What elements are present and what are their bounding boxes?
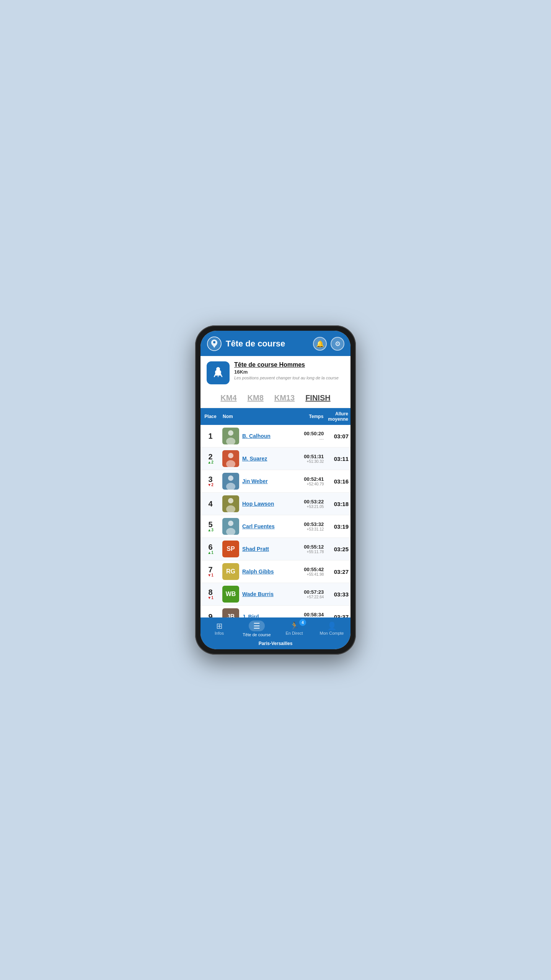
app-logo [207, 336, 222, 351]
table-row[interactable]: 4 Hop Lawson 00:53:22+53:21.0503:18 [201, 493, 350, 515]
race-text: Tête de course Hommes 16Km Les positions… [234, 361, 339, 380]
infos-icon: ⊞ [216, 622, 223, 630]
compte-icon: 👤 [327, 622, 337, 630]
time-cell: 00:50:20--- [298, 425, 326, 448]
table-row[interactable]: 7▼1 RG Ralph Gibbs 00:55:42+55:41.9803:2… [201, 560, 350, 583]
place-change-down: ▼2 [202, 483, 218, 487]
pace-cell: 03:18 [326, 493, 350, 515]
runner-name[interactable]: B. Calhoun [242, 433, 271, 439]
time-diff: +55:11.78 [300, 550, 324, 554]
table-row[interactable]: 5▲3 Carl Fuentes 00:53:32+53:31.1203:19 [201, 515, 350, 538]
tab-km4[interactable]: KM4 [218, 393, 239, 403]
svg-point-7 [228, 453, 233, 458]
tab-finish[interactable]: FINISH [303, 393, 333, 403]
place-number: 4 [202, 500, 218, 508]
nav-label-endirect: En Direct [285, 631, 303, 635]
settings-button[interactable]: ⚙ [331, 337, 344, 351]
runner-avatar: RG [222, 563, 239, 580]
place-change-down: ▼1 [202, 573, 218, 577]
runner-avatar [222, 473, 239, 490]
runner-avatar [222, 428, 239, 444]
runner-cell: WB Wade Burris [222, 586, 296, 603]
table-row[interactable]: 3▼2 Jin Weber 00:52:41+52:40.7903:16 [201, 470, 350, 493]
place-change-up: ▲1 [202, 551, 218, 555]
bottom-label: Paris-Versailles [259, 641, 293, 646]
table-row[interactable]: 2▲2 M. Suarez 00:51:31+51:30.3203:11 [201, 448, 350, 470]
pace-cell: 03:19 [326, 515, 350, 538]
runner-cell-td: M. Suarez [220, 448, 298, 470]
runner-avatar: WB [222, 586, 239, 603]
runner-cell: B. Calhoun [222, 428, 296, 444]
place-cell: 9 [201, 606, 220, 618]
nav-item-endirect[interactable]: 4 🏃 En Direct [276, 617, 313, 639]
pace-cell: 03:37 [326, 606, 350, 618]
tab-km13[interactable]: KM13 [272, 393, 297, 403]
time-diff: +57:22.64 [300, 595, 324, 599]
runner-name[interactable]: M. Suarez [242, 456, 267, 462]
runner-name[interactable]: Wade Burris [242, 591, 274, 597]
runner-cell: JB J. Bird [222, 608, 296, 617]
place-number: 9 [202, 613, 218, 617]
time-main: 00:57:23 [300, 589, 324, 595]
runner-name[interactable]: Ralph Gibbs [242, 568, 274, 575]
svg-point-16 [228, 521, 233, 526]
runner-name[interactable]: Jin Weber [242, 478, 268, 484]
place-cell: 1 [201, 425, 220, 448]
time-diff: +55:41.98 [300, 572, 324, 577]
nav-item-compte[interactable]: 👤 Mon Compte [313, 617, 350, 639]
runner-cell-td: B. Calhoun [220, 425, 298, 448]
phone-screen: Tête de course 🔔 ⚙ Tête de [201, 331, 350, 649]
place-cell: 7▼1 [201, 560, 220, 583]
place-cell: 4 [201, 493, 220, 515]
pace-cell: 03:33 [326, 583, 350, 606]
runner-name[interactable]: Carl Fuentes [242, 523, 275, 529]
table-row[interactable]: 1 B. Calhoun 00:50:20---03:07 [201, 425, 350, 448]
runner-cell: M. Suarez [222, 450, 296, 467]
pace-cell: 03:25 [326, 538, 350, 560]
runner-avatar: JB [222, 608, 239, 617]
leaderboard-table: Place Nom Temps Alluremoyenne 1 B. Calho… [201, 408, 350, 617]
tab-km8[interactable]: KM8 [245, 393, 266, 403]
runner-cell-td: JB J. Bird [220, 606, 298, 618]
time-diff: +51:30.32 [300, 459, 324, 464]
runner-cell-td: Carl Fuentes [220, 515, 298, 538]
runner-avatar [222, 518, 239, 535]
runner-cell-td: Hop Lawson [220, 493, 298, 515]
place-number: 7 [202, 566, 218, 573]
table-row[interactable]: 8▼1 WB Wade Burris 00:57:23+57:22.6403:3… [201, 583, 350, 606]
time-cell: 00:55:12+55:11.78 [298, 538, 326, 560]
runner-name[interactable]: J. Bird [242, 614, 259, 617]
time-cell: 00:57:23+57:22.64 [298, 583, 326, 606]
runner-name[interactable]: Shad Pratt [242, 546, 269, 552]
time-diff: +53:21.05 [300, 505, 324, 509]
nav-label-infos: Infos [215, 631, 224, 635]
bottom-bar: Paris-Versailles [201, 639, 350, 649]
nav-item-infos[interactable]: ⊞ Infos [201, 617, 238, 639]
place-number: 3 [202, 475, 218, 483]
table-header: Place Nom Temps Alluremoyenne [201, 408, 350, 425]
bottom-nav: ⊞ Infos ☰ Tête de course 4 🏃 En Direct 👤… [201, 617, 350, 639]
main-content: Tête de course Hommes 16Km Les positions… [201, 356, 350, 617]
svg-point-4 [228, 430, 233, 436]
runner-name[interactable]: Hop Lawson [242, 501, 274, 507]
app-title: Tête de course [226, 339, 309, 349]
place-number: 2 [202, 453, 218, 461]
table-row[interactable]: 9 JB J. Bird 00:58:34+58:33.1003:37 [201, 606, 350, 618]
pace-cell: 03:27 [326, 560, 350, 583]
header-name: Nom [220, 408, 298, 425]
runner-avatar [222, 450, 239, 467]
place-number: 8 [202, 588, 218, 596]
notification-button[interactable]: 🔔 [313, 337, 327, 351]
place-change-down: ▼1 [202, 596, 218, 600]
svg-point-1 [213, 341, 215, 343]
time-cell: 00:58:34+58:33.10 [298, 606, 326, 618]
pace-cell: 03:11 [326, 448, 350, 470]
time-main: 00:55:12 [300, 544, 324, 550]
tete-icon: ☰ [253, 622, 260, 630]
nav-label-compte: Mon Compte [320, 631, 344, 635]
header-icons: 🔔 ⚙ [313, 337, 344, 351]
race-info: Tête de course Hommes 16Km Les positions… [201, 356, 350, 389]
header-place: Place [201, 408, 220, 425]
nav-item-tete[interactable]: ☰ Tête de course [238, 617, 276, 639]
table-row[interactable]: 6▲1 SP Shad Pratt 00:55:12+55:11.7803:25 [201, 538, 350, 560]
